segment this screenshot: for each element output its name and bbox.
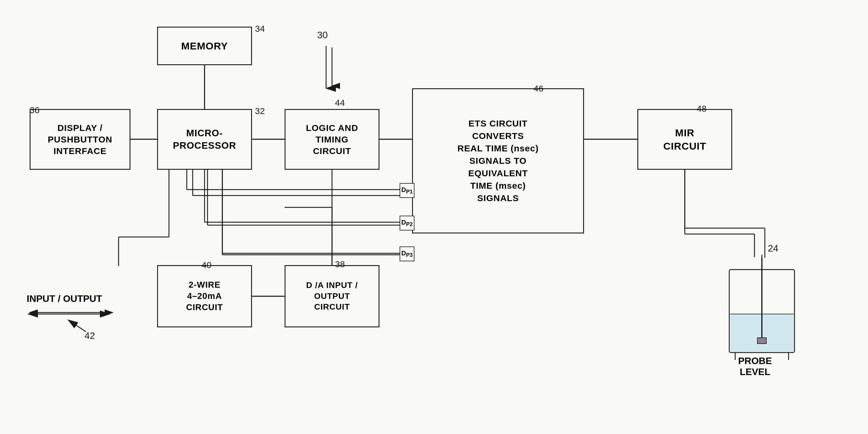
diagram-container: MEMORY 34 MICRO-PROCESSOR 32 DISPLAY /PU… xyxy=(0,0,868,434)
input-output-label: INPUT / OUTPUT xyxy=(27,293,102,304)
logic-block: LOGIC ANDTIMINGCIRCUIT xyxy=(285,109,379,170)
dp1-label: DP1 xyxy=(400,183,414,198)
probe-visual xyxy=(720,255,803,367)
microprocessor-block: MICRO-PROCESSOR xyxy=(157,109,252,170)
ref-34: 34 xyxy=(255,24,265,34)
two-wire-block: 2-WIRE4–20mACIRCUIT xyxy=(157,265,252,327)
ref-38: 38 xyxy=(335,259,345,269)
ref-30: 30 xyxy=(317,30,328,41)
ets-block: ETS CIRCUITCONVERTSREAL TIME (nsec)SIGNA… xyxy=(412,88,584,233)
ref-44: 44 xyxy=(335,98,345,108)
ref-36: 36 xyxy=(30,105,39,115)
dp2-label: DP2 xyxy=(400,216,414,231)
da-io-block: D /A INPUT /OUTPUTCIRCUIT xyxy=(285,265,379,327)
ref-48: 48 xyxy=(696,104,707,114)
ref-24: 24 xyxy=(768,243,778,254)
ref-46: 46 xyxy=(534,84,544,94)
ref-40: 40 xyxy=(202,260,211,270)
dp3-label: DP3 xyxy=(400,246,414,261)
display-block: DISPLAY /PUSHBUTTONINTERFACE xyxy=(30,109,130,170)
svg-rect-52 xyxy=(757,338,766,344)
svg-line-47 xyxy=(68,320,86,332)
ref-32: 32 xyxy=(255,106,265,116)
mir-block: MIRCIRCUIT xyxy=(638,109,732,170)
ref-42: 42 xyxy=(85,330,95,341)
memory-block: MEMORY xyxy=(157,27,252,65)
